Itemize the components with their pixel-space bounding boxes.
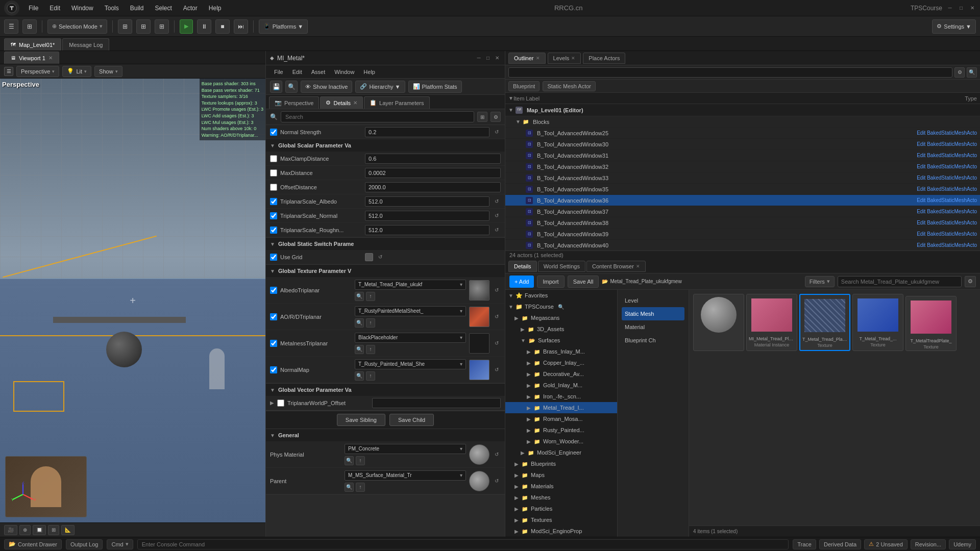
actor-type-3[interactable]: Edit BakedStaticMeshActo <box>917 164 977 169</box>
triplanar-rough-checkbox[interactable] <box>270 227 277 234</box>
cb-tree-item-11[interactable]: ▶ 📁 Worn_Wooder... <box>505 436 617 447</box>
metalness-reset[interactable]: ↺ <box>493 339 501 347</box>
viewport-tab[interactable]: 🖥 Viewport 1 ✕ <box>4 52 59 64</box>
max-clamp-checkbox[interactable] <box>270 155 277 162</box>
root-row[interactable]: ▼ 🗺 Map_Level01 (Editor) <box>505 104 980 116</box>
material-minimize-btn[interactable]: ─ <box>475 55 482 62</box>
cb-tree-root[interactable]: ▼ ⭐ Favorites <box>505 290 617 301</box>
derived-data-btn[interactable]: Derived Data <box>819 539 861 549</box>
cb-asset-sphere[interactable] <box>693 294 744 351</box>
static-switch-header[interactable]: ▼ Global Static Switch Parame <box>266 238 505 250</box>
cb-tree-item-14[interactable]: ▶ 📁 Maps <box>505 469 617 481</box>
albedo-browse-btn[interactable]: 🔍 <box>355 292 364 301</box>
normalmap-dropdown[interactable]: T_Rusty_Painted_Metal_She ▾ <box>355 359 466 369</box>
map-tab[interactable]: 🗺 Map_Level01* <box>4 38 61 51</box>
triplanar-albedo-value[interactable]: 512.0 <box>365 196 489 207</box>
outline-actor-row-0[interactable]: ⊡ B_Tool_AdvancedWindow25 Edit BakedStat… <box>505 128 980 139</box>
outline-actor-row-3[interactable]: ⊡ B_Tool_AdvancedWindow32 Edit BakedStat… <box>505 161 980 172</box>
levels-tab-close[interactable]: ✕ <box>571 56 575 61</box>
menu-edit[interactable]: Edit <box>44 3 65 14</box>
selection-mode-button[interactable]: ⊕ Selection Mode ▾ <box>47 19 107 34</box>
triplanar-world-checkbox[interactable] <box>277 399 284 407</box>
perspective-mat-tab[interactable]: 📷 Perspective <box>269 96 319 109</box>
menu-tools[interactable]: Tools <box>100 3 124 14</box>
cb-add-button[interactable]: + Add <box>509 276 534 288</box>
viewport-tab-close[interactable]: ✕ <box>48 55 53 61</box>
parent-dropdown[interactable]: M_MS_Surface_Material_Tr ▾ <box>345 470 466 481</box>
cmd-btn[interactable]: Cmd ▾ <box>107 539 133 549</box>
udemy-btn[interactable]: Udemy <box>949 539 976 549</box>
snap-icon[interactable]: ⊞ <box>118 19 132 34</box>
revision-btn[interactable]: Revision... <box>911 539 946 549</box>
cb-tree-item-4[interactable]: ▶ 📁 Copper_Inlay_... <box>505 357 617 368</box>
close-button[interactable]: ✕ <box>969 5 976 12</box>
menu-file[interactable]: File <box>23 3 43 14</box>
menu-actor[interactable]: Actor <box>178 3 203 14</box>
outline-actor-row-2[interactable]: ⊡ B_Tool_AdvancedWindow31 Edit BakedStat… <box>505 150 980 161</box>
cb-search-input[interactable] <box>838 276 962 287</box>
place-actors-tab[interactable]: Place Actors <box>583 53 625 64</box>
levels-tab[interactable]: Levels ✕ <box>548 53 581 64</box>
vector-section-header[interactable]: ▼ Global Vector Parameter Va <box>266 384 505 396</box>
vp-bottom-icon5[interactable]: 📐 <box>61 525 75 535</box>
parent-browse-btn[interactable]: 🔍 <box>345 483 354 492</box>
grid-icon[interactable]: ⊞ <box>136 19 151 34</box>
parent-reset[interactable]: ↺ <box>493 477 501 485</box>
vp-bottom-icon2[interactable]: ⊕ <box>19 525 31 535</box>
max-clamp-value[interactable]: 0.6 <box>365 154 501 164</box>
material-close-btn[interactable]: ✕ <box>494 55 501 62</box>
metalness-checkbox[interactable] <box>270 340 277 347</box>
normalmap-reset[interactable]: ↺ <box>493 366 501 374</box>
phys-reset[interactable]: ↺ <box>493 450 501 459</box>
outliner-tab-close[interactable]: ✕ <box>536 56 540 61</box>
actor-type-7[interactable]: Edit BakedStaticMeshActo <box>917 209 977 214</box>
cb-asset-texture-selected[interactable]: T_Metal_Tread_Plate_... Texture <box>799 294 850 351</box>
details-tab-close[interactable]: ✕ <box>353 100 357 106</box>
cb-tree-item-12[interactable]: ▶ 📁 ModSci_Engineer <box>505 447 617 458</box>
outline-actor-row-4[interactable]: ⊡ B_Tool_AdvancedWindow33 Edit BakedStat… <box>505 172 980 184</box>
save-sibling-button[interactable]: Save Sibling <box>337 414 385 426</box>
offset-dist-value[interactable]: 2000.0 <box>365 182 501 192</box>
actor-type-6[interactable]: Edit BakedStaticMeshActo <box>917 197 977 203</box>
output-log-btn[interactable]: Output Log <box>66 539 103 549</box>
cb-save-all-button[interactable]: Save All <box>568 276 599 288</box>
cb-tree-item-13[interactable]: ▶ 📁 Blueprints <box>505 458 617 469</box>
scalar-section-header[interactable]: ▼ Global Scalar Parameter Va <box>266 139 505 152</box>
max-dist-value[interactable]: 0.0002 <box>365 168 501 178</box>
normal-strength-value[interactable]: 0.2 <box>365 127 489 137</box>
phys-use-btn[interactable]: ↑ <box>356 456 365 465</box>
stop-button[interactable]: ■ <box>215 19 230 34</box>
unsaved-indicator[interactable]: ⚠ 2 Unsaved <box>864 539 908 549</box>
mat-search-grid-icon[interactable]: ⊞ <box>477 112 487 122</box>
ao-dropdown[interactable]: T_RustyPaintedMetalSheet_ ▾ <box>355 306 466 316</box>
static-mesh-filter-btn[interactable]: Static Mesh Actor <box>543 81 596 91</box>
menu-select[interactable]: Select <box>150 3 177 14</box>
outline-actor-row-1[interactable]: ⊡ B_Tool_AdvancedWindow30 Edit BakedStat… <box>505 139 980 150</box>
cb-tree-item-1[interactable]: ▶ 📁 3D_Assets <box>505 323 617 335</box>
mat-menu-help[interactable]: Help <box>359 68 379 76</box>
cb-filter-level[interactable]: Level <box>622 294 684 307</box>
details-lower-tab[interactable]: Details <box>508 261 537 272</box>
ao-use-btn[interactable]: ↑ <box>366 318 375 328</box>
actor-type-10[interactable]: Edit BakedStaticMeshActo <box>917 242 977 248</box>
lit-button[interactable]: 💡 Lit ▾ <box>62 66 91 77</box>
triplanar-rough-reset[interactable]: ↺ <box>493 226 501 234</box>
triplanar-world-value[interactable] <box>372 398 501 408</box>
content-drawer-btn[interactable]: 📂 Content Drawer <box>4 539 62 549</box>
vp-bottom-icon3[interactable]: 🔲 <box>33 525 46 535</box>
outliner-filter-icon[interactable]: 🔍 <box>967 67 977 78</box>
albedo-dropdown[interactable]: T_Metal_Tread_Plate_ukukf ▾ <box>355 280 466 290</box>
cb-filter-static-mesh[interactable]: Static Mesh <box>622 307 684 320</box>
phys-browse-btn[interactable]: 🔍 <box>345 456 354 465</box>
normal-strength-checkbox[interactable] <box>270 129 277 136</box>
actor-type-2[interactable]: Edit BakedStaticMeshActo <box>917 153 977 158</box>
outline-actor-row-10[interactable]: ⊡ B_Tool_AdvancedWindow40 Edit BakedStat… <box>505 240 980 251</box>
ao-reset[interactable]: ↺ <box>493 313 501 321</box>
phys-dropdown[interactable]: PM_Concrete ▾ <box>345 444 466 454</box>
type-header[interactable]: Type <box>875 95 977 102</box>
ao-browse-btn[interactable]: 🔍 <box>355 318 364 328</box>
parent-use-btn[interactable]: ↑ <box>356 483 365 492</box>
show-button[interactable]: Show ▾ <box>94 66 122 77</box>
actor-type-8[interactable]: Edit BakedStaticMeshActo <box>917 220 977 226</box>
blocks-folder[interactable]: ▼ 📁 Blocks <box>505 116 980 128</box>
